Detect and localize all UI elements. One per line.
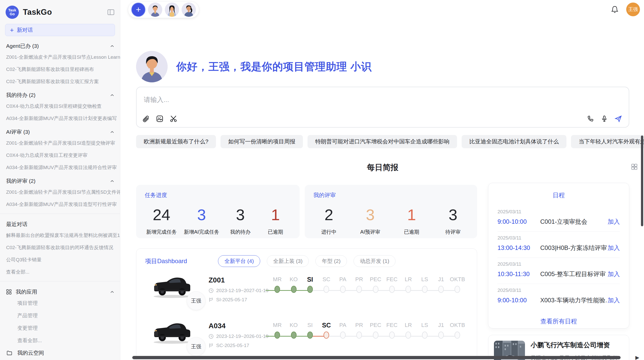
suggestion-chip[interactable]: 比亚迪全固态电池计划具体说了什么 <box>462 135 566 148</box>
project-car: 王强 <box>150 320 194 345</box>
milestone-label: J1 <box>438 276 444 283</box>
user-avatar[interactable]: 王强 <box>626 3 640 16</box>
join-link[interactable]: 加入 <box>608 218 620 226</box>
sidebar-item-my-favorites[interactable]: 我的收藏 <box>0 359 120 360</box>
taskgo-app: Task Go TaskGo + 新对话 Agent已办 (3)Z001-全新燃… <box>0 0 644 360</box>
stat-value: 2 <box>325 205 333 225</box>
contact-avatar-1[interactable] <box>148 3 162 17</box>
milestone-node <box>291 286 297 293</box>
join-link[interactable]: 加入 <box>608 296 620 304</box>
sidebar-section-my-apps[interactable]: 我的应用 <box>0 284 120 297</box>
suggestion-chip[interactable]: 当下年轻人对汽车外观有怎样的喜好趋势 <box>571 135 644 148</box>
new-chat-button[interactable]: + 新对话 <box>5 24 115 36</box>
milestone-label: SI <box>308 321 313 329</box>
contact-avatar-3[interactable] <box>182 3 196 17</box>
chevron-up-icon <box>110 180 114 182</box>
horizontal-scrollbar[interactable] <box>132 356 621 359</box>
assistant-avatar <box>136 51 168 82</box>
notification-bell-icon[interactable] <box>611 5 619 13</box>
composer-tools-left <box>142 115 177 123</box>
sidebar-item[interactable]: C0X4-动力总成开发项目SI里程碑提交物检查 <box>0 100 120 112</box>
dashboard-filter[interactable]: 动总开发 (1) <box>354 255 396 267</box>
sidebar-item-my-cloud[interactable]: 我的云空间 <box>0 347 120 359</box>
recent-chat-item[interactable]: C02-飞腾新能源轻客改款项目的闭环通告反馈情况 <box>0 242 120 254</box>
recent-chat-item[interactable]: 公司Q3轻卡销量 <box>0 254 120 266</box>
milestone-label: LR <box>405 276 412 283</box>
layout-grid-icon[interactable] <box>631 163 638 170</box>
suggestion-chip[interactable]: 特朗普可能对进口汽车增税会对中国车企造成哪些影响 <box>308 135 457 148</box>
app-sub-item[interactable]: 项目管理 <box>0 297 120 309</box>
sidebar-item[interactable]: A034-全新新能源MUV产品开发项目法规符合性评审 <box>0 161 120 174</box>
stat-label: 我的待办 <box>230 229 251 235</box>
sidebar-section-header[interactable]: AI评审 (3) <box>0 125 120 137</box>
project-owner-badge: 王强 <box>187 337 206 356</box>
join-link[interactable]: 加入 <box>608 270 620 278</box>
sidebar-item[interactable]: C02-飞腾新能源轻客改款项目立项汇报方案 <box>0 76 120 88</box>
sidebar-item[interactable]: C0X4-动力总成开发项目工程变更评审 <box>0 149 120 161</box>
contact-avatar-2[interactable] <box>165 3 179 17</box>
attachment-icon[interactable] <box>142 115 150 123</box>
join-link[interactable]: 加入 <box>608 244 620 252</box>
sidebar-section-header[interactable]: 我的待办 (2) <box>0 88 120 100</box>
schedule-main-row: 9:00-10:00X003-车辆动力学性能验...加入 <box>497 296 620 304</box>
vertical-scrollbar[interactable] <box>641 136 643 226</box>
sidebar-section-header[interactable]: 我的评审 (2) <box>0 174 120 186</box>
milestone: OKTB <box>449 321 465 339</box>
image-icon[interactable] <box>156 115 164 123</box>
add-contact-button[interactable]: + <box>131 3 145 17</box>
milestone-label: OKTB <box>450 276 465 283</box>
dashboard-filter[interactable]: 全新平台 (4) <box>218 255 260 267</box>
send-icon[interactable] <box>614 115 622 123</box>
suggestion-chip[interactable]: 欧洲新规最近颁布了什么? <box>136 135 216 148</box>
stat-card: 任务进度24新增完成任务3新增AI完成任务3我的待办1已逾期 <box>136 185 300 238</box>
project-row[interactable]: 王强Z0012023-12-19~2027-01-19SI-2025-05-17… <box>136 274 477 314</box>
project-dashboard-card: 项目Dashboard 全新平台 (4)全新上装 (3)年型 (2)动总开发 (… <box>136 248 477 360</box>
microphone-icon[interactable] <box>601 115 608 122</box>
milestone-node <box>291 332 297 339</box>
sidebar-scroll-area[interactable]: Agent已办 (3)Z001-全新燃油皮卡产品开发项目SI节点Lesson L… <box>0 39 120 360</box>
sidebar-item[interactable]: C02-飞腾新能源轻客改款项目里程碑画布 <box>0 63 120 76</box>
app-sub-item[interactable]: 变更管理 <box>0 322 120 334</box>
project-row[interactable]: 王强A0342023-12-19~2026-01-19SC-2025-05-17… <box>136 320 477 360</box>
sidebar-item[interactable]: A034-全新新能源MUV产品开发项目计划变更表编写 <box>0 112 120 125</box>
milestone-label: PR <box>355 321 363 329</box>
dashboard-filter[interactable]: 年型 (2) <box>315 255 347 267</box>
project-car: 王强 <box>150 274 194 299</box>
recent-chat-item[interactable]: 查看全部... <box>0 266 120 278</box>
schedule-event-title: C005-整车工程目标评审 <box>540 270 608 278</box>
new-chat-label: 新对话 <box>17 26 33 34</box>
schedule-date: 2025/03/11 <box>497 261 620 267</box>
dashboard-title: 项目Dashboard <box>145 257 187 265</box>
message-input[interactable] <box>140 91 547 109</box>
dashboard-filter[interactable]: 全新上装 (3) <box>267 255 309 267</box>
suggestion-chip[interactable]: 如何写一份清晰的项目周报 <box>221 135 303 148</box>
sidebar: Task Go TaskGo + 新对话 Agent已办 (3)Z001-全新燃… <box>0 0 120 360</box>
schedule-main-row: 10:30-11:30C005-整车工程目标评审加入 <box>497 270 620 278</box>
app-sub-item[interactable]: 查看全部... <box>0 334 120 347</box>
schedule-main-row: 13:00-14:30C003|H0B-方案冻结评审加入 <box>497 244 620 252</box>
milestone-label: SC <box>322 321 331 329</box>
sidebar-item[interactable]: Z001-全新燃油轻卡产品开发项目SI节点属性5D文件评审 <box>0 186 120 198</box>
sidebar-item[interactable]: Z001-全新燃油皮卡产品开发项目SI节点Lesson Learn报告 <box>0 51 120 63</box>
sidebar-section-header[interactable]: Agent已办 (3) <box>0 39 120 51</box>
sidebar-item[interactable]: A034-全新新能源MUV产品开发项目造型可行性评审 <box>0 198 120 211</box>
schedule-time: 10:30-11:30 <box>497 271 540 278</box>
daily-briefing-title: 每日简报 <box>136 162 629 173</box>
sidebar-header: Task Go TaskGo <box>0 0 120 22</box>
stat-label: AI预评审 <box>360 229 380 235</box>
view-all-schedule-link[interactable]: 查看所有日程 <box>497 317 620 325</box>
sidebar-item[interactable]: Z001-全新燃油轻卡产品开发项目SI造型提交物评审 <box>0 137 120 149</box>
suggestion-chips: 欧洲新规最近颁布了什么?如何写一份清晰的项目周报特朗普可能对进口汽车增税会对中国… <box>136 135 629 148</box>
app-sub-item[interactable]: 产品管理 <box>0 309 120 322</box>
milestone-node <box>324 332 329 339</box>
sidebar-section-recent[interactable]: 最近对话 <box>0 217 120 229</box>
scroll-right-arrow[interactable]: ▶ <box>635 354 639 360</box>
recent-chat-item[interactable]: 解释最新出台的欧盟报废车法规再生塑料比例被调至15%... <box>0 229 120 242</box>
stat-cell: 3我的待办 <box>226 205 254 235</box>
milestone-label: SI <box>307 276 313 283</box>
schedule-date: 2025/03/11 <box>497 209 620 215</box>
stat-cell: 2进行中 <box>315 205 343 235</box>
scissors-icon[interactable] <box>170 115 177 123</box>
sidebar-collapse-icon[interactable] <box>107 9 114 15</box>
phone-icon[interactable] <box>587 115 594 122</box>
